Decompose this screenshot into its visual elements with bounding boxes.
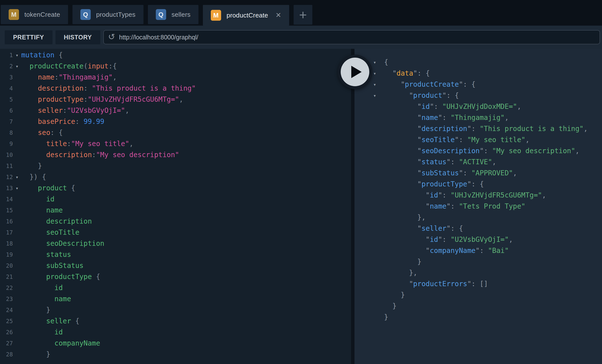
plus-icon: + xyxy=(299,7,307,22)
pane-divider[interactable] xyxy=(351,49,354,364)
code-text: "id": "UHJvZHVjdFR5cGU6MTg=", xyxy=(384,191,546,199)
editor-line: 13▾ product { xyxy=(0,182,351,194)
editor-line: 26 id xyxy=(0,327,351,338)
code-text: "companyName": "Bai" xyxy=(384,247,509,255)
code-text: id xyxy=(21,328,63,336)
editor-line: 20 subStatus xyxy=(0,260,351,271)
code-text: }) { xyxy=(21,173,46,181)
response-line: "name": "Tets Prod Type" xyxy=(354,201,602,212)
editor-line: 14 id xyxy=(0,194,351,205)
response-line: "companyName": "Bai" xyxy=(354,245,602,256)
url-input[interactable]: ↺ http://localhost:8000/graphql/ xyxy=(103,30,600,44)
editor-line: 12▾ }) { xyxy=(0,171,351,182)
close-tab-icon[interactable]: ✕ xyxy=(276,12,281,19)
line-number: 28 xyxy=(0,351,13,358)
code-text: productType:"UHJvZHVjdFR5cGU6MTg=", xyxy=(21,95,183,103)
code-text: } xyxy=(384,313,388,321)
code-text: id xyxy=(21,284,63,292)
code-text: id xyxy=(21,195,54,203)
code-text: "productErrors": [] xyxy=(384,280,488,288)
line-number: 3 xyxy=(0,74,13,81)
code-text: "productType": { xyxy=(384,180,484,188)
editor-line: 6 seller:"U2VsbGVyOjI=", xyxy=(0,105,351,116)
editor-line: 2▾ productCreate(input:{ xyxy=(0,61,351,72)
fold-arrow-icon[interactable]: ▾ xyxy=(373,60,384,65)
line-number: 19 xyxy=(0,251,13,258)
response-line: "seoTitle": "My seo title", xyxy=(354,134,602,145)
mutation-badge: M xyxy=(9,9,19,20)
url-text: http://localhost:8000/graphql/ xyxy=(119,34,198,41)
fold-arrow-icon[interactable]: ▾ xyxy=(13,186,21,191)
query-badge: Q xyxy=(156,9,166,20)
editor-line: 16 description xyxy=(0,216,351,227)
response-line: "name": "Thingamajig", xyxy=(354,112,602,123)
line-number: 14 xyxy=(0,196,13,202)
run-button-circle xyxy=(341,58,369,86)
code-text: productCreate(input:{ xyxy=(21,62,117,70)
reload-url-icon[interactable]: ↺ xyxy=(108,33,115,41)
code-text: title:"My seo title", xyxy=(21,140,133,148)
response-line: ▾{ xyxy=(354,57,602,68)
fold-arrow-icon[interactable]: ▾ xyxy=(13,175,21,180)
response-line: ▾ "product": { xyxy=(354,90,602,101)
response-line: } xyxy=(354,300,602,312)
code-text: companyName xyxy=(21,339,100,347)
code-text: }, xyxy=(384,213,426,221)
fold-arrow-icon[interactable]: ▾ xyxy=(13,64,21,69)
code-text: name:"Thingamajig", xyxy=(21,73,117,81)
line-number: 17 xyxy=(0,229,13,236)
line-number: 12 xyxy=(0,174,13,180)
response-line: ▾ "data": { xyxy=(354,68,602,79)
code-text: seo: { xyxy=(21,129,63,137)
code-text: seller { xyxy=(21,317,79,325)
code-text: name xyxy=(21,206,63,214)
editor-line: 8 seo: { xyxy=(0,127,351,138)
editor-line: 7 basePrice: 99.99 xyxy=(0,116,351,127)
code-text: "name": "Thingamajig", xyxy=(384,114,509,122)
tab-productTypes[interactable]: QproductTypes xyxy=(72,5,143,24)
response-line: }, xyxy=(354,212,602,223)
code-text: productType { xyxy=(21,273,100,281)
code-text: } xyxy=(384,302,397,310)
line-number: 9 xyxy=(0,141,13,147)
line-number: 2 xyxy=(0,63,13,69)
editor-line: 10 description:"My seo description" xyxy=(0,149,351,160)
new-tab-button[interactable]: + xyxy=(294,5,312,25)
tab-tokenCreate[interactable]: MtokenCreate xyxy=(1,5,68,24)
code-text: mutation { xyxy=(21,51,63,59)
code-text: seller:"U2VsbGVyOjI=", xyxy=(21,106,129,115)
fold-arrow-icon[interactable]: ▾ xyxy=(373,93,384,98)
fold-arrow-icon[interactable]: ▾ xyxy=(13,53,21,58)
editor-line: 19 status xyxy=(0,249,351,260)
line-number: 13 xyxy=(0,185,13,191)
query-editor[interactable]: 1▾mutation {2▾ productCreate(input:{3 na… xyxy=(0,49,351,364)
fold-arrow-icon[interactable]: ▾ xyxy=(373,71,384,76)
response-line: "seller": { xyxy=(354,223,602,234)
response-line: }, xyxy=(354,267,602,278)
mutation-badge: M xyxy=(211,10,221,21)
line-number: 15 xyxy=(0,207,13,214)
history-button[interactable]: HISTORY xyxy=(55,30,100,44)
code-text: "status": "ACTIVE", xyxy=(384,158,496,166)
tab-productCreate[interactable]: MproductCreate✕ xyxy=(203,5,289,26)
code-text: subStatus xyxy=(21,262,84,270)
run-query-button[interactable] xyxy=(338,55,372,89)
code-text: } xyxy=(21,350,50,358)
code-text: seoTitle xyxy=(21,228,79,236)
response-line: } xyxy=(354,312,602,323)
response-line: "productErrors": [] xyxy=(354,278,602,289)
code-text: "seoTitle": "My seo title", xyxy=(384,136,530,144)
code-text: "data": { xyxy=(384,69,430,77)
code-text: "product": { xyxy=(384,91,459,99)
line-number: 16 xyxy=(0,218,13,225)
code-text: } xyxy=(384,258,422,266)
editor-line: 9 title:"My seo title", xyxy=(0,138,351,149)
response-line: "id": "U2VsbGVyOjI=", xyxy=(354,234,602,245)
code-text: } xyxy=(384,291,405,299)
code-text: "name": "Tets Prod Type" xyxy=(384,202,525,210)
code-text: "productCreate": { xyxy=(384,80,476,88)
prettify-button[interactable]: PRETTIFY xyxy=(5,30,53,44)
fold-arrow-icon[interactable]: ▾ xyxy=(373,82,384,87)
tab-sellers[interactable]: Qsellers xyxy=(148,5,198,24)
code-text: "id": "UHJvZHVjdDoxMDE=", xyxy=(384,102,521,111)
